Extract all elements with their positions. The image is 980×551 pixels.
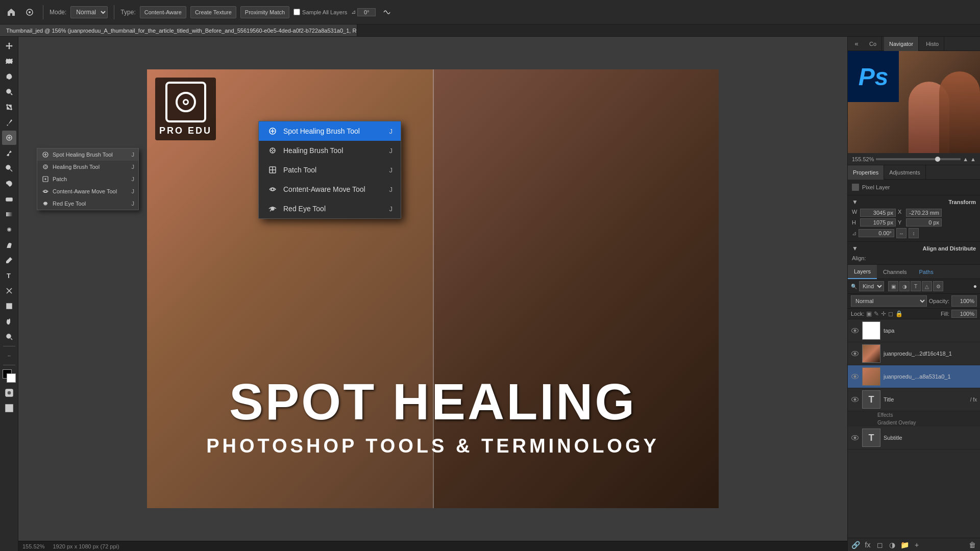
flyout-small-healing-brush[interactable]: Healing Brush Tool J [37,161,138,173]
delete-layer-btn[interactable]: 🗑 [967,539,978,550]
new-adjustment-btn[interactable]: ◑ [887,539,898,550]
quick-select-btn[interactable] [2,85,16,99]
adjustments-tab[interactable]: Adjustments [884,165,926,180]
screen-mode-btn[interactable] [2,401,16,415]
flyout-large-content-aware[interactable]: Content-Aware Move Tool J [259,180,401,199]
hand-btn[interactable] [2,314,16,329]
new-group-btn[interactable]: 📁 [899,539,910,550]
zoom-slider-thumb[interactable] [935,157,940,162]
layer-visibility-juan1[interactable] [851,351,859,356]
filter-toggle[interactable]: ● [973,283,977,290]
layer-visibility-subtitle[interactable] [851,435,859,440]
eraser-btn[interactable] [2,192,16,206]
navigator-tab[interactable]: Navigator [884,37,919,51]
zoom-up-btn[interactable]: ▲ [963,156,968,162]
layer-item-subtitle[interactable]: T Subtitle [848,427,980,449]
align-collapse-icon[interactable]: ▼ [852,245,858,252]
layer-item-title[interactable]: T Title / fx [848,388,980,411]
three-dots-btn[interactable]: ··· [2,348,16,363]
type-btn[interactable]: T [2,268,16,283]
lock-artboard-btn[interactable]: ◻ [888,310,893,317]
pixel-filter-btn[interactable]: ▣ [888,281,898,291]
flyout-small-spot-healing[interactable]: Spot Healing Brush Tool J [37,148,138,161]
flyout-large-spot-healing[interactable]: Spot Healing Brush Tool J [259,121,401,141]
zoom-slider[interactable] [876,158,961,160]
w-input[interactable] [860,209,896,217]
lock-all-btn[interactable]: 🔒 [895,310,903,317]
lock-position-btn[interactable]: ✛ [881,310,886,317]
blur-btn[interactable] [2,222,16,237]
flyout-large-red-eye[interactable]: Red Eye Tool J [259,199,401,218]
flip-h-btn[interactable]: ↔ [896,228,906,238]
path-selection-btn[interactable] [2,284,16,298]
collapse-btn[interactable]: « [851,38,862,49]
flip-v-btn[interactable]: ↕ [909,228,919,238]
background-color[interactable] [7,373,16,383]
new-layer-btn[interactable]: + [911,539,922,550]
layer-visibility-title[interactable] [851,397,859,402]
fill-input[interactable] [951,310,977,318]
quick-mask-btn[interactable] [2,386,16,400]
blend-mode-dropdown[interactable]: Normal [851,295,927,307]
properties-tab[interactable]: Properties [848,165,884,180]
history-brush-btn[interactable] [2,177,16,191]
mode-dropdown[interactable]: Normal [70,6,108,18]
document-tab[interactable]: Thumbnail_jed @ 156% (juanproeduu_A_thum… [0,24,357,37]
layer-visibility-tapa[interactable] [851,328,859,333]
content-aware-btn[interactable]: Content-Aware [140,6,186,18]
brush-btn[interactable] [2,146,16,160]
type-filter-btn[interactable]: T [911,281,921,291]
layer-item-juan1[interactable]: juanproedu_...2df16c418_1 [848,342,980,365]
flyout-small-patch[interactable]: Patch J [37,173,138,185]
angle-input[interactable] [357,8,376,16]
transform-collapse-icon[interactable]: ▼ [852,198,858,206]
brush-tool-icon[interactable] [22,5,37,19]
x-input[interactable] [906,209,942,217]
smart-filter-btn[interactable]: ⚙ [933,281,943,291]
flyout-small-red-eye[interactable]: Red Eye Tool J [37,197,138,210]
paths-tab[interactable]: Paths [913,265,940,279]
spot-healing-btn active[interactable] [2,131,16,145]
flyout-large-patch-tool[interactable]: Patch Tool J [259,160,401,180]
shape-filter-btn[interactable]: △ [922,281,932,291]
add-mask-btn[interactable]: ◻ [874,539,886,550]
layer-visibility-juan2[interactable] [851,374,859,379]
move-tool-btn[interactable] [2,39,16,53]
layer-fx-btn-title[interactable]: / fx [970,397,977,403]
add-style-btn[interactable]: fx [862,539,873,550]
crop-tool-btn[interactable] [2,100,16,114]
eyedropper-btn[interactable] [2,115,16,130]
rectangular-marquee-btn[interactable] [2,54,16,68]
dodge-btn[interactable] [2,238,16,252]
channels-tab[interactable]: Channels [877,265,913,279]
create-texture-btn[interactable]: Create Texture [190,6,236,18]
lock-image-btn[interactable]: ✎ [874,310,879,317]
h-input[interactable] [860,218,896,227]
zoom-down-btn[interactable]: ▲ [970,156,976,162]
histogram-tab[interactable]: Histo [921,37,944,51]
sample-all-layers-checkbox[interactable] [293,9,300,15]
proximity-match-btn[interactable]: Proximity Match [240,6,289,18]
gradient-btn[interactable] [2,207,16,221]
layer-item-tapa[interactable]: tapa [848,319,980,342]
pen-btn[interactable] [2,253,16,267]
lock-transparency-btn[interactable]: ▣ [866,310,872,317]
layers-tab[interactable]: Layers [848,265,877,279]
pressure-icon[interactable] [380,5,394,19]
opacity-input[interactable] [951,295,977,307]
y-input[interactable] [906,218,942,227]
flyout-large-healing-brush[interactable]: Healing Brush Tool J [259,141,401,160]
shape-btn[interactable] [2,299,16,313]
home-icon[interactable] [4,5,18,19]
color-tab[interactable]: Co [864,37,882,51]
clone-stamp-btn[interactable] [2,161,16,176]
color-swatch[interactable] [3,369,16,383]
layer-item-juan2[interactable]: juanproedu_...a8a531a0_1 [848,365,980,388]
layers-kind-dropdown[interactable]: Kind [859,281,884,291]
link-layers-btn[interactable]: 🔗 [850,539,861,550]
angle-transform-input[interactable] [859,229,894,237]
lasso-tool-btn[interactable] [2,69,16,84]
flyout-small-content-aware[interactable]: Content-Aware Move Tool J [37,185,138,197]
adjustment-filter-btn[interactable]: ◑ [899,281,910,291]
zoom-btn[interactable] [2,330,16,344]
